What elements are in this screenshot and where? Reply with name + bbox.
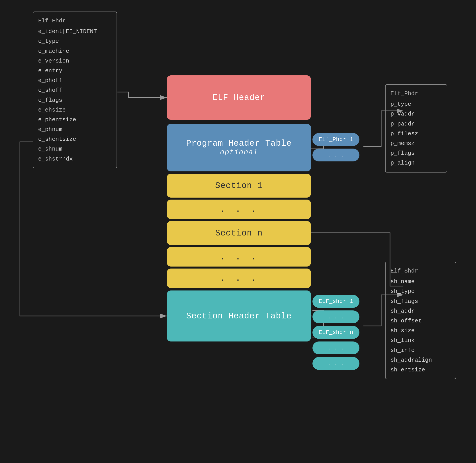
dots-block-1: . . . xyxy=(167,200,311,219)
shdr-pill-dots2: . . . xyxy=(312,341,359,354)
shdr-pill-n: ELF_shdr n xyxy=(312,326,359,339)
section1-label: Section 1 xyxy=(215,181,263,190)
shdr-field-9: sh_entsize xyxy=(390,365,451,375)
section-header-label: Section Header Table xyxy=(186,311,292,321)
shdr-field-1: sh_type xyxy=(390,286,451,296)
diagram-container: ELF Header Program Header Table optional… xyxy=(0,0,476,463)
dots3-label: . . . xyxy=(220,273,258,284)
ehdr-field-10: e_phnum xyxy=(38,125,112,134)
shdr-pill-dots3: . . . xyxy=(312,357,359,370)
section-header-block: Section Header Table xyxy=(167,291,311,341)
ehdr-field-6: e_shoff xyxy=(38,85,112,95)
sectionn-block: Section n xyxy=(167,221,311,245)
program-header-label: Program Header Table xyxy=(186,139,292,148)
ehdr-field-0: e_ident[EI_NIDENT] xyxy=(38,27,112,36)
ehdr-field-8: e_ehsize xyxy=(38,105,112,115)
shdr-field-3: sh_addr xyxy=(390,306,451,316)
ehdr-field-13: e_shstrndx xyxy=(38,154,112,164)
dots1-label: . . . xyxy=(220,204,258,215)
shdr-field-8: sh_addralign xyxy=(390,355,451,365)
ehdr-field-7: e_flags xyxy=(38,95,112,105)
ehdr-field-1: e_type xyxy=(38,36,112,46)
phdr-field-4: p_memsz xyxy=(390,139,442,148)
elf-header-block: ELF Header xyxy=(167,75,311,120)
elf-header-label: ELF Header xyxy=(213,93,265,102)
phdr-pill-container: Elf_Phdr 1 . . . xyxy=(312,133,359,161)
ehdr-field-5: e_phoff xyxy=(38,76,112,85)
ehdr-field-4: e_entry xyxy=(38,66,112,76)
shdr-field-4: sh_offset xyxy=(390,316,451,326)
phdr-field-0: p_type xyxy=(390,99,442,109)
dots2-label: . . . xyxy=(220,251,258,262)
ehdr-struct-name: Elf_Ehdr xyxy=(38,16,112,26)
phdr-struct-name: Elf_Phdr xyxy=(390,89,442,98)
sectionn-label: Section n xyxy=(215,228,263,238)
ehdr-field-2: e_machine xyxy=(38,46,112,56)
phdr-pill-dots: . . . xyxy=(312,149,359,161)
shdr-field-5: sh_size xyxy=(390,326,451,336)
shdr-field-7: sh_info xyxy=(390,346,451,355)
ehdr-field-3: e_version xyxy=(38,56,112,66)
shdr-pill-dots1: . . . xyxy=(312,311,359,323)
phdr-field-2: p_paddr xyxy=(390,119,442,129)
shdr-struct-name: Elf_Shdr xyxy=(390,266,451,276)
program-header-sublabel: optional xyxy=(220,148,258,157)
phdr-field-6: p_align xyxy=(390,158,442,168)
shdr-field-2: sh_flags xyxy=(390,296,451,306)
dots-block-2: . . . xyxy=(167,247,311,267)
shdr-pill-container: ELF_shdr 1 . . . ELF_shdr n . . . . . . xyxy=(312,295,359,370)
shdr-annotation: Elf_Shdr sh_name sh_type sh_flags sh_add… xyxy=(385,262,456,379)
phdr-field-3: p_filesz xyxy=(390,129,442,139)
phdr-annotation: Elf_Phdr p_type p_vaddr p_paddr p_filesz… xyxy=(385,84,447,172)
phdr-field-5: p_flags xyxy=(390,148,442,158)
ehdr-annotation: Elf_Ehdr e_ident[EI_NIDENT] e_type e_mac… xyxy=(33,11,117,168)
ehdr-field-12: e_shnum xyxy=(38,144,112,154)
phdr-pill-1: Elf_Phdr 1 xyxy=(312,133,359,146)
section1-block: Section 1 xyxy=(167,174,311,197)
phdr-field-1: p_vaddr xyxy=(390,109,442,119)
shdr-field-0: sh_name xyxy=(390,277,451,286)
dots-block-3: . . . xyxy=(167,268,311,288)
ehdr-field-11: e_shentsize xyxy=(38,134,112,144)
shdr-field-6: sh_link xyxy=(390,336,451,345)
ehdr-field-9: e_phentsize xyxy=(38,115,112,125)
program-header-block: Program Header Table optional xyxy=(167,124,311,171)
shdr-pill-1: ELF_shdr 1 xyxy=(312,295,359,308)
